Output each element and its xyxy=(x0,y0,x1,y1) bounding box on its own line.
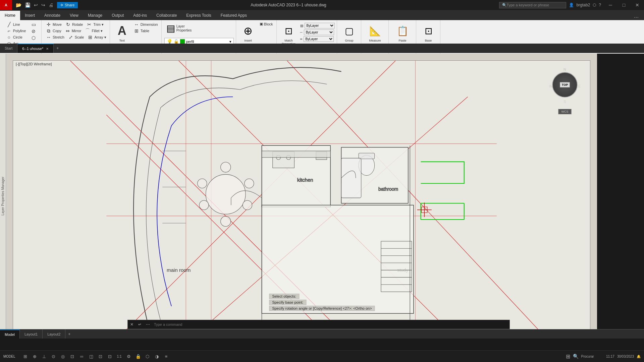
group-button[interactable]: ▢ Group xyxy=(340,21,359,44)
open-icon[interactable]: 📂 xyxy=(15,2,22,8)
match-properties-button[interactable]: ⊡ MatchProperties xyxy=(279,21,298,47)
tab-start[interactable]: Start xyxy=(0,44,17,53)
group-icon: ▢ xyxy=(342,23,357,39)
tab-drawing[interactable]: 6--1 uhouse* ✕ xyxy=(17,44,54,53)
save-icon[interactable]: 💾 xyxy=(24,2,32,8)
close-tab-icon[interactable]: ✕ xyxy=(46,47,49,51)
tab-express-tools[interactable]: Express Tools xyxy=(181,11,216,20)
mirror-button[interactable]: ⇔Mirror xyxy=(63,27,83,34)
array-button[interactable]: ⊞Array ▾ xyxy=(86,34,107,40)
insert-button[interactable]: ⊕ Insert xyxy=(239,21,258,44)
hatch-button[interactable]: ⊘ xyxy=(29,28,38,34)
add-tab-button[interactable]: + xyxy=(54,45,61,52)
add-layout-button[interactable]: + xyxy=(65,330,73,338)
tab-addins[interactable]: Add-ins xyxy=(128,11,152,20)
stretch-icon: ↔ xyxy=(46,35,52,40)
insert-label: Insert xyxy=(244,39,252,42)
model-tab[interactable]: Model xyxy=(0,329,20,339)
help-icon[interactable]: ? xyxy=(599,3,601,7)
tab-manage[interactable]: Manage xyxy=(83,11,107,20)
tab-featured-apps[interactable]: Featured Apps xyxy=(216,11,252,20)
rotate-button[interactable]: ↻Rotate xyxy=(64,21,84,27)
circle-button[interactable]: ○ Circle xyxy=(5,34,28,40)
close-button[interactable]: ✕ xyxy=(631,0,644,10)
ortho-icon[interactable]: ⊥ xyxy=(40,352,48,360)
status-icons: ⊞ ⊕ ⊥ ⊙ ◎ ⊡ ═ ◫ ⊡ ⊡ 1:1 ⚙ 🔒 ⬡ ◑ ≡ xyxy=(19,352,173,360)
dimension-button[interactable]: ↔Dimension xyxy=(132,21,159,27)
block-button[interactable]: ▣Block xyxy=(258,21,274,26)
lock-icon[interactable]: 🔒 xyxy=(134,352,142,360)
line-button[interactable]: ╱ Line xyxy=(5,21,28,27)
line-label: Line xyxy=(13,22,20,26)
tab-insert[interactable]: Insert xyxy=(20,11,40,20)
linetype-dropdown[interactable]: ByLayer xyxy=(304,29,334,35)
settings-icon[interactable]: ⚙ xyxy=(125,352,133,360)
tab-output[interactable]: Output xyxy=(107,11,128,20)
text-button[interactable]: A Text xyxy=(113,21,131,44)
notification-icon[interactable]: 🔔 xyxy=(637,355,641,358)
viewport[interactable]: [-][Top][2D Wireframe] xyxy=(13,60,590,332)
table-button[interactable]: ⊞Table xyxy=(132,28,159,34)
search-taskbar-icon[interactable]: 🔍 xyxy=(573,354,579,359)
tab-view[interactable]: View xyxy=(65,11,83,20)
copy-button[interactable]: ⧉Copy xyxy=(44,27,63,34)
command-line[interactable]: ✕ ↵ ⋯ xyxy=(127,320,510,329)
selection-icon[interactable]: ⊡ xyxy=(106,352,114,360)
osnap-icon[interactable]: ◎ xyxy=(59,352,67,360)
cmd-cancel-button[interactable]: ✕ xyxy=(128,320,136,328)
qprops-icon[interactable]: ⊡ xyxy=(97,352,105,360)
dynamic-icon[interactable]: ⊡ xyxy=(68,352,76,360)
trim-button[interactable]: ✂Trim ▾ xyxy=(85,21,105,27)
maximize-button[interactable]: □ xyxy=(617,0,631,10)
isolate-icon[interactable]: ◑ xyxy=(153,352,161,360)
search-box[interactable]: 🔍 Type a keyword or phrase xyxy=(499,2,566,8)
command-input[interactable] xyxy=(152,322,509,326)
layout1-tab[interactable]: Layout1 xyxy=(20,329,43,339)
fillet-button[interactable]: ⌒Fillet ▾ xyxy=(83,27,104,34)
dimension-label: Dimension xyxy=(141,22,158,26)
grid-icon[interactable]: ⊞ xyxy=(21,352,30,360)
redo-icon[interactable]: ↪ xyxy=(40,2,46,8)
measure-button[interactable]: 📐 Measure xyxy=(366,21,384,44)
cmd-accept-button[interactable]: ↵ xyxy=(136,320,144,328)
polyline-button[interactable]: ⌐ Polyline xyxy=(5,28,28,34)
move-button[interactable]: ✛Move xyxy=(44,21,63,27)
scale-button[interactable]: ⤢Scale xyxy=(66,34,86,40)
tab-home[interactable]: Home xyxy=(0,11,20,20)
hardware-accel-icon[interactable]: ⬡ xyxy=(144,352,152,360)
wcs-button[interactable]: WCS xyxy=(558,109,572,114)
undo-icon[interactable]: ↩ xyxy=(33,2,39,8)
paste-button[interactable]: 📋 Paste xyxy=(393,21,412,44)
navigation-compass[interactable]: N TOP W E S WCS xyxy=(550,67,583,114)
cmd-options-button[interactable]: ⋯ xyxy=(144,320,152,328)
extras-icon[interactable]: ⋯ xyxy=(631,15,641,20)
stretch-button[interactable]: ↔Stretch xyxy=(44,34,66,40)
share-button[interactable]: ✈ Share xyxy=(57,2,78,8)
sync-icon[interactable]: ⬡ xyxy=(593,3,596,7)
drawing-canvas[interactable]: kitchen bathroom xyxy=(13,61,590,331)
layout2-tab[interactable]: Layout2 xyxy=(43,329,65,339)
layer-lock-icon: 🔓 xyxy=(174,39,179,44)
tab-collaborate[interactable]: Collaborate xyxy=(152,11,181,20)
drawing-tab-label: 6--1 uhouse* xyxy=(22,47,43,51)
workspace-icon[interactable]: ≡ xyxy=(162,352,170,360)
lineweight-dropdown[interactable]: ByLayer xyxy=(304,36,334,42)
color-dropdown[interactable]: ByLayer xyxy=(305,23,335,28)
top-view-button[interactable]: TOP xyxy=(560,82,570,87)
rect-button[interactable]: ▭ xyxy=(29,21,38,27)
transparency-icon[interactable]: ◫ xyxy=(87,352,95,360)
tab-annotate[interactable]: Annotate xyxy=(40,11,65,20)
quick-access-toolbar: 📂 💾 ↩ ↪ 🖨 xyxy=(12,2,57,8)
search-taskbar-label[interactable]: Procurar xyxy=(581,355,594,358)
snap-icon[interactable]: ⊕ xyxy=(31,352,39,360)
layer-properties-button[interactable]: ▤ LayerProperties xyxy=(164,21,234,35)
minimize-button[interactable]: ─ xyxy=(604,0,617,10)
print-icon[interactable]: 🖨 xyxy=(48,2,54,8)
text-label: Text xyxy=(119,39,125,42)
polar-icon[interactable]: ⊙ xyxy=(50,352,58,360)
lineweight-icon[interactable]: ═ xyxy=(78,352,86,360)
base-button[interactable]: ⊡ Base xyxy=(419,21,438,44)
compass-circle[interactable]: TOP xyxy=(552,72,578,98)
circle-label: Circle xyxy=(13,35,22,39)
region-button[interactable]: ⬡ xyxy=(29,35,38,41)
